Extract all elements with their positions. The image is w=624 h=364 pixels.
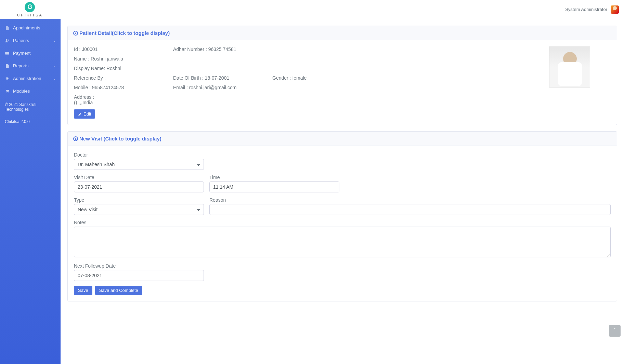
sidebar-item-label: Modules xyxy=(13,89,30,94)
visit-date-input[interactable] xyxy=(74,181,204,192)
reason-input[interactable] xyxy=(209,204,611,215)
sidebar-item-label: Patients xyxy=(13,38,29,43)
file-icon xyxy=(5,26,10,30)
edit-icon xyxy=(78,112,82,116)
arrow-up-circle-icon: ▲ xyxy=(73,136,78,141)
time-label: Time xyxy=(209,175,339,180)
svg-point-1 xyxy=(8,39,9,41)
file-icon xyxy=(5,64,10,68)
users-icon xyxy=(5,38,10,43)
doctor-label: Doctor xyxy=(74,152,204,158)
sidebar-item-label: Reports xyxy=(13,63,29,68)
followup-date-input[interactable] xyxy=(74,270,204,281)
patient-dob: Date Of Birth : 18-07-2001 xyxy=(173,75,272,81)
patient-id: Id : J00001 xyxy=(74,46,173,52)
current-user-label: System Administrator xyxy=(565,7,607,12)
svg-rect-2 xyxy=(5,52,9,54)
patient-reference: Reference By : xyxy=(74,75,173,81)
svg-point-5 xyxy=(8,92,9,93)
type-select[interactable]: New Visit xyxy=(74,204,204,215)
sidebar-item-modules[interactable]: Modules xyxy=(0,85,61,97)
money-icon xyxy=(5,51,10,56)
copyright-text: © 2021 Sanskruti Technologies xyxy=(5,102,56,112)
sidebar-item-label: Payment xyxy=(13,51,30,56)
type-label: Type xyxy=(74,197,204,203)
chevron-down-icon: ⌄ xyxy=(53,39,56,42)
main-content: ▲ Patient Detail(Click to toggle display… xyxy=(61,19,624,364)
card-title: New Visit (Click to toggle display) xyxy=(79,136,161,141)
edit-button[interactable]: Edit xyxy=(74,109,95,119)
notes-textarea[interactable] xyxy=(74,227,611,257)
chevron-down-icon: ⌄ xyxy=(53,77,56,80)
top-header: G CHIKITSA System Administrator xyxy=(0,0,624,19)
card-title: Patient Detail(Click to toggle display) xyxy=(79,30,170,36)
sidebar-item-patients[interactable]: Patients ⌄ xyxy=(0,34,61,47)
arrow-up-circle-icon: ▲ xyxy=(73,31,78,36)
chevron-up-icon: ˆ xyxy=(614,328,615,334)
logo-icon: G xyxy=(25,2,35,12)
patient-photo xyxy=(549,46,590,87)
save-complete-button[interactable]: Save and Complete xyxy=(95,286,142,295)
followup-label: Next Followup Date xyxy=(74,263,204,269)
patient-detail-card: ▲ Patient Detail(Click to toggle display… xyxy=(67,26,617,125)
sidebar-item-reports[interactable]: Reports ⌄ xyxy=(0,59,61,72)
patient-adhar: Adhar Number : 96325 74581 xyxy=(173,46,272,52)
svg-point-0 xyxy=(6,39,8,41)
patient-display-name: Display Name: Roshni xyxy=(74,66,372,71)
cart-icon xyxy=(5,89,10,94)
sidebar-item-payment[interactable]: Payment ⌄ xyxy=(0,47,61,59)
scroll-top-button[interactable]: ˆ xyxy=(609,325,621,337)
patient-name: Name : Roshni jariwala xyxy=(74,56,372,62)
patient-email: Email : roshni.jari@gmail.com xyxy=(173,85,272,90)
sidebar-item-label: Administration xyxy=(13,76,41,81)
visit-date-label: Visit Date xyxy=(74,175,204,180)
logo[interactable]: G CHIKITSA xyxy=(17,2,43,17)
sidebar-item-label: Appointments xyxy=(13,25,40,30)
gear-icon xyxy=(5,76,10,81)
chevron-down-icon: ⌄ xyxy=(53,64,56,68)
patient-gender: Gender : female xyxy=(272,75,372,81)
logo-text: CHIKITSA xyxy=(17,13,43,17)
sidebar-item-appointments[interactable]: Appointments xyxy=(0,22,61,34)
patient-detail-toggle[interactable]: ▲ Patient Detail(Click to toggle display… xyxy=(68,26,617,40)
new-visit-card: ▲ New Visit (Click to toggle display) Do… xyxy=(67,131,617,301)
doctor-select[interactable]: Dr. Mahesh Shah xyxy=(74,159,204,170)
save-button[interactable]: Save xyxy=(74,286,92,295)
user-avatar-icon[interactable] xyxy=(611,5,619,14)
time-input[interactable] xyxy=(209,181,339,192)
patient-mobile: Mobile : 965874124578 xyxy=(74,85,173,90)
patient-address: Address : () ,,,India xyxy=(74,94,372,105)
notes-label: Notes xyxy=(74,220,611,225)
new-visit-toggle[interactable]: ▲ New Visit (Click to toggle display) xyxy=(68,132,617,146)
sidebar-item-administration[interactable]: Administration ⌄ xyxy=(0,72,61,85)
version-text: Chikitsa 2.0.0 xyxy=(5,119,56,124)
reason-label: Reason xyxy=(209,197,611,203)
chevron-down-icon: ⌄ xyxy=(53,51,56,55)
svg-point-4 xyxy=(6,92,7,93)
sidebar: Appointments Patients ⌄ Payment ⌄ Report… xyxy=(0,19,61,364)
